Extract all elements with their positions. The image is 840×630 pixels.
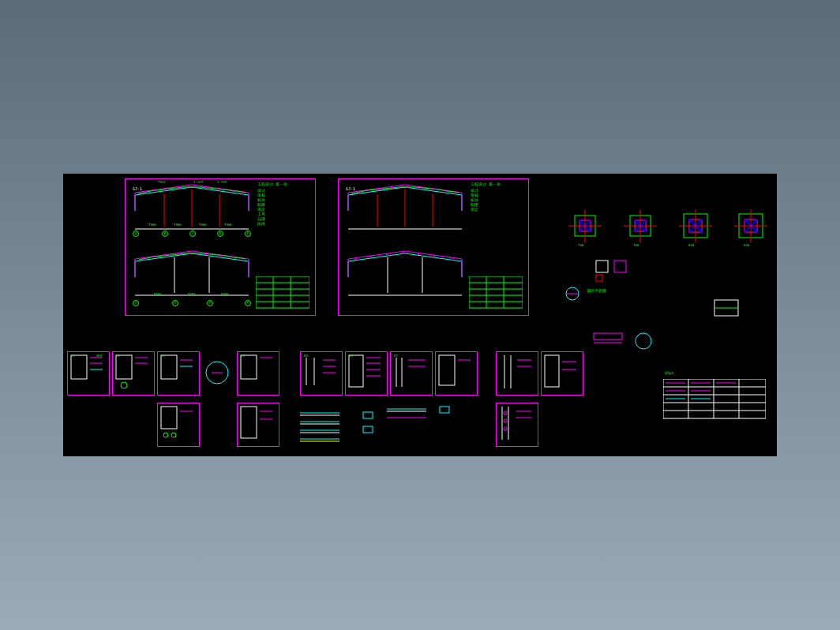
dim-label: 7512 xyxy=(158,180,166,184)
svg-point-53 xyxy=(391,187,392,189)
svg-rect-148 xyxy=(545,355,559,387)
dim-label: 700 xyxy=(633,243,639,247)
svg-point-12 xyxy=(201,186,203,188)
tb-line: 审定 xyxy=(471,207,478,212)
tb-header: 工程设计 第一张 xyxy=(471,182,501,186)
svg-point-31 xyxy=(220,255,222,257)
dim-label: 8500 xyxy=(188,292,196,296)
svg-point-13 xyxy=(209,187,211,189)
svg-rect-107 xyxy=(614,261,626,272)
svg-point-65 xyxy=(354,258,356,260)
svg-point-57 xyxy=(422,187,424,189)
dim-label: 7000 xyxy=(148,223,156,227)
svg-rect-188 xyxy=(363,426,373,433)
dim-label: 7000 xyxy=(174,223,182,227)
svg-rect-133 xyxy=(349,355,363,387)
svg-point-21 xyxy=(141,258,143,260)
svg-rect-126 xyxy=(241,355,257,379)
detail-label: D7 xyxy=(394,354,398,358)
dim-label: 1.197 xyxy=(217,180,227,184)
cad-drawing-canvas[interactable]: GJ-1 7512 1.197 1.197 7000 7000 7000 700… xyxy=(63,174,777,456)
sheet2-top-elevation xyxy=(346,183,464,232)
svg-rect-142 xyxy=(439,355,455,385)
beam-schedule xyxy=(663,379,766,422)
tb-header: 工程设计 第一张 xyxy=(257,182,287,186)
svg-point-174 xyxy=(171,433,176,437)
svg-point-10 xyxy=(186,186,187,188)
schedule-title: 梁编号 xyxy=(665,371,674,376)
svg-point-8 xyxy=(170,188,171,189)
beam-elev-2 xyxy=(387,407,430,422)
sheet2-label: GJ-1 xyxy=(346,186,355,191)
svg-point-4 xyxy=(138,193,140,194)
svg-point-26 xyxy=(181,253,182,254)
detail-label: D5 xyxy=(304,354,308,358)
detail-label: D2 xyxy=(116,354,120,358)
svg-point-55 xyxy=(407,186,408,188)
detail-small-3 xyxy=(711,296,742,320)
foundation-plan-2 xyxy=(624,209,657,242)
svg-point-67 xyxy=(386,253,388,255)
svg-point-60 xyxy=(446,190,448,192)
svg-point-28 xyxy=(197,253,198,254)
svg-rect-176 xyxy=(241,407,257,438)
detail-small-4 xyxy=(592,332,624,347)
dim-label: 7000 xyxy=(224,223,232,227)
svg-point-33 xyxy=(236,257,238,258)
svg-point-195 xyxy=(504,411,507,414)
grid-marker: C xyxy=(189,231,196,237)
grid-marker: ④ xyxy=(245,300,251,306)
beam-sect-2 xyxy=(438,405,452,417)
svg-point-153 xyxy=(636,333,651,349)
detail-label: D4 xyxy=(241,354,245,358)
svg-point-70 xyxy=(433,255,435,257)
svg-rect-108 xyxy=(596,275,602,281)
svg-point-118 xyxy=(121,382,127,388)
dim-label: 700 xyxy=(578,243,583,247)
foundation-plan-3 xyxy=(679,209,712,242)
tb-line: 比例 xyxy=(257,221,265,226)
sheet2-titleblock: 工程设计 第一张 设计 审核 校对 制图 审定 xyxy=(469,182,524,312)
svg-point-58 xyxy=(430,188,432,189)
detail-label: D1 xyxy=(71,354,75,358)
svg-point-14 xyxy=(217,188,219,189)
svg-point-32 xyxy=(228,256,230,257)
svg-point-49 xyxy=(359,191,361,193)
svg-rect-187 xyxy=(363,412,373,418)
sheet1-bottom-elevation xyxy=(133,249,251,298)
detail-label: D3 xyxy=(161,354,165,358)
svg-point-61 xyxy=(454,191,456,193)
svg-point-6 xyxy=(154,189,156,191)
detail-circle-2 xyxy=(632,332,655,351)
grid-marker: ② xyxy=(172,300,178,306)
svg-point-197 xyxy=(504,427,507,430)
svg-point-59 xyxy=(438,189,440,190)
svg-point-24 xyxy=(165,254,167,256)
beam-sections xyxy=(362,411,377,442)
svg-point-54 xyxy=(399,186,400,188)
svg-rect-151 xyxy=(594,333,622,339)
sheet1-label: GJ-1 xyxy=(133,186,142,191)
svg-rect-121 xyxy=(161,355,177,379)
sheet1-titleblock: 工程设计 第一张 设计 审核 校对 制图 审定 工号 日期 比例 xyxy=(256,182,311,312)
svg-point-25 xyxy=(173,253,174,255)
svg-point-5 xyxy=(146,191,148,193)
svg-point-29 xyxy=(204,253,206,255)
svg-rect-192 xyxy=(440,407,449,413)
svg-point-30 xyxy=(212,253,214,255)
svg-point-56 xyxy=(414,186,416,188)
svg-point-48 xyxy=(351,193,353,194)
dim-label: 8500 xyxy=(221,292,229,296)
svg-point-27 xyxy=(189,253,190,254)
svg-point-16 xyxy=(233,190,234,192)
svg-point-51 xyxy=(375,189,377,190)
dim-label: 800 xyxy=(688,243,694,247)
grid-marker: E xyxy=(245,231,251,237)
svg-rect-172 xyxy=(161,407,177,429)
svg-rect-117 xyxy=(116,355,132,379)
svg-point-9 xyxy=(178,187,179,189)
foundation-plan-4 xyxy=(734,209,767,242)
grid-marker: A xyxy=(133,231,139,237)
svg-point-23 xyxy=(157,256,159,257)
grid-marker: B xyxy=(162,231,168,237)
